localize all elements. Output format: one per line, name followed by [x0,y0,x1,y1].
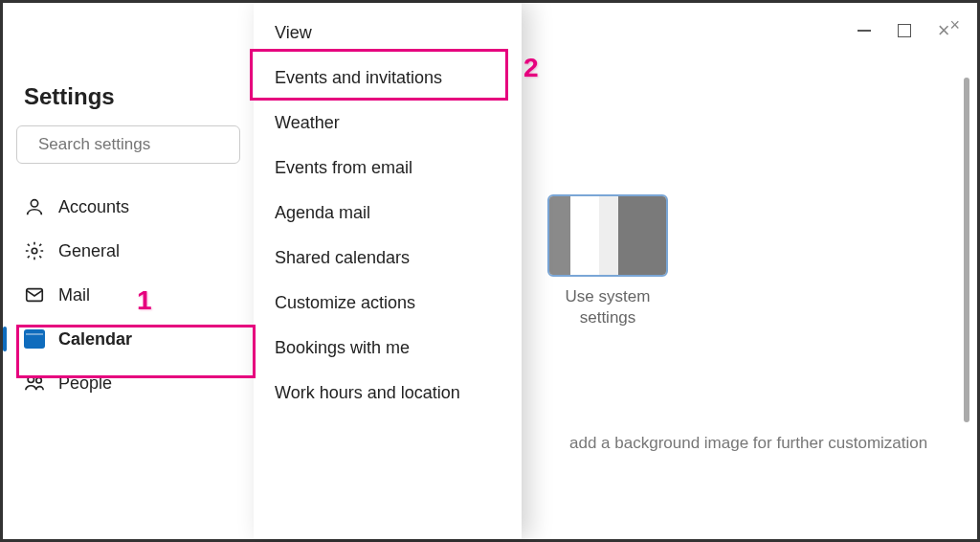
settings-title: Settings [24,83,240,110]
subnav-label: Weather [275,113,340,133]
subnav-label: Events and invitations [275,68,442,88]
settings-sidebar: Settings Accounts General Mail [3,70,254,405]
calendar-icon [24,328,45,350]
subnav-label: View [275,23,312,43]
sidebar-item-calendar[interactable]: Calendar [16,317,240,361]
subnav-label: Bookings with me [275,338,410,358]
background-hint-text: add a background image for further custo… [569,434,927,453]
maximize-button[interactable] [898,24,911,37]
sidebar-item-label: People [58,373,112,394]
svg-point-2 [31,200,37,207]
calendar-subnav: View Events and invitations Weather Even… [254,3,522,539]
app-window: × × Settings Accounts General [0,0,980,542]
subnav-item-weather[interactable]: Weather [254,101,522,146]
annotation-callout-1: 1 [137,285,152,316]
subnav-item-shared-calendars[interactable]: Shared calendars [254,236,522,281]
minimize-button[interactable] [858,30,871,32]
sidebar-item-label: General [58,241,120,261]
theme-thumbnail [547,194,668,277]
svg-point-3 [32,248,37,254]
subnav-label: Customize actions [275,293,415,313]
window-controls: × × [858,24,960,37]
close-icon[interactable]: × [938,24,950,37]
person-icon [24,196,45,217]
subnav-item-events-from-email[interactable]: Events from email [254,146,522,191]
search-input[interactable] [38,135,241,154]
subnav-label: Work hours and location [275,383,460,403]
people-icon [24,373,45,394]
sidebar-item-label: Calendar [58,329,132,350]
svg-point-5 [28,376,33,382]
sidebar-item-people[interactable]: People [16,361,240,405]
mail-icon [24,284,45,305]
subnav-item-view[interactable]: View [254,11,522,56]
theme-label: Use system settings [541,286,675,328]
subnav-label: Events from email [275,158,412,178]
sidebar-item-label: Mail [58,285,90,305]
svg-point-6 [36,378,42,384]
subnav-label: Shared calendars [275,248,410,268]
sidebar-item-general[interactable]: General [16,229,240,273]
gear-icon [24,240,45,261]
subnav-item-agenda-mail[interactable]: Agenda mail [254,191,522,236]
subnav-item-bookings-with-me[interactable]: Bookings with me [254,326,522,371]
sidebar-item-label: Accounts [58,197,129,217]
search-box[interactable] [16,125,240,164]
close-buttons-group: × × [938,24,960,37]
subnav-item-customize-actions[interactable]: Customize actions [254,281,522,326]
subnav-label: Agenda mail [275,203,370,223]
sidebar-item-mail[interactable]: Mail [16,273,240,317]
subnav-item-events-invitations[interactable]: Events and invitations [254,56,522,101]
close-icon[interactable]: × [949,18,960,37]
content-pane: Use system settings add a background ima… [522,3,977,539]
annotation-callout-2: 2 [523,53,539,83]
sidebar-item-accounts[interactable]: Accounts [16,185,240,229]
subnav-item-work-hours-location[interactable]: Work hours and location [254,371,522,416]
theme-option-system[interactable]: Use system settings [541,194,675,328]
